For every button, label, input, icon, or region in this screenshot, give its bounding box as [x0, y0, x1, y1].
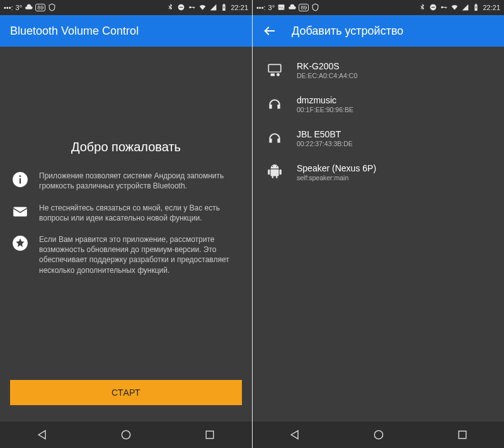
- device-mac: self:speaker:main: [297, 174, 376, 181]
- feature-text: Не стесняйтесь связаться со мной, если у…: [39, 203, 241, 223]
- shield-icon: [311, 3, 319, 13]
- svg-point-25: [374, 430, 382, 439]
- device-row[interactable]: JBL E50BT 00:22:37:43:3B:DE: [253, 121, 504, 155]
- headphones-icon: [265, 95, 284, 113]
- dnd-icon: [429, 3, 437, 13]
- device-name: dmzmusic: [297, 95, 353, 105]
- display-icon: [265, 60, 284, 79]
- cloud-icon: [288, 3, 296, 13]
- phone-screen-add-device: •••: 3° 89: [252, 0, 504, 448]
- svg-rect-6: [224, 4, 225, 4]
- device-name: Speaker (Nexus 6P): [297, 163, 376, 173]
- device-row[interactable]: Speaker (Nexus 6P) self:speaker:main: [253, 155, 504, 189]
- clock: 22:21: [231, 4, 248, 11]
- svg-rect-13: [206, 431, 214, 439]
- svg-rect-1: [180, 6, 183, 7]
- mail-icon: [11, 203, 29, 221]
- android-icon: [265, 163, 284, 181]
- shield-icon: [48, 3, 56, 13]
- star-icon: [11, 234, 29, 252]
- app-title: Bluetooth Volume Control: [10, 25, 139, 38]
- svg-rect-14: [278, 4, 285, 10]
- device-name: RK-G200S: [297, 61, 357, 71]
- svg-rect-26: [459, 431, 466, 439]
- nav-recent-button[interactable]: [188, 428, 232, 441]
- svg-point-9: [20, 175, 21, 177]
- svg-rect-4: [194, 6, 195, 8]
- more-icon: •••:: [4, 4, 13, 11]
- feature-row-mail: Не стесняйтесь связаться со мной, если у…: [11, 203, 241, 223]
- svg-rect-10: [13, 207, 27, 216]
- device-mac: 00:22:37:43:3B:DE: [297, 140, 353, 147]
- app-bar: Добавить устройство: [253, 15, 504, 47]
- device-mac: 00:1F:EE:90:96:BE: [297, 106, 353, 113]
- device-row[interactable]: dmzmusic 00:1F:EE:90:96:BE: [253, 87, 504, 121]
- nav-home-button[interactable]: [104, 428, 148, 441]
- feature-text: Если Вам нравится это приложение, рассмо…: [39, 234, 241, 275]
- nav-bar: [253, 422, 504, 448]
- bluetooth-icon: [418, 3, 427, 13]
- temperature: 3°: [268, 4, 275, 11]
- wifi-icon: [450, 3, 459, 13]
- dnd-icon: [177, 3, 185, 13]
- battery-icon: [220, 3, 228, 13]
- device-name: JBL E50BT: [297, 129, 353, 139]
- key-icon: [440, 3, 448, 13]
- app-title: Добавить устройство: [292, 25, 403, 38]
- svg-rect-23: [271, 73, 275, 76]
- start-button[interactable]: СТАРТ: [10, 380, 242, 405]
- badge-icon: 89: [299, 4, 309, 11]
- device-mac: DE:EC:A0:C4:A4:C0: [297, 72, 357, 79]
- image-icon: [277, 3, 285, 13]
- svg-point-12: [122, 430, 130, 439]
- clock: 22:21: [483, 4, 500, 11]
- headphones-icon: [265, 129, 284, 147]
- back-arrow-icon[interactable]: [263, 24, 277, 38]
- nav-back-button[interactable]: [273, 428, 317, 441]
- key-icon: [188, 3, 196, 13]
- svg-rect-18: [443, 6, 447, 7]
- svg-rect-22: [268, 64, 281, 72]
- app-bar: Bluetooth Volume Control: [0, 15, 252, 47]
- nav-back-button[interactable]: [20, 428, 64, 441]
- svg-rect-19: [446, 6, 447, 8]
- feature-row-info: Приложение позволяет системе Андроид зап…: [11, 171, 241, 191]
- battery-icon: [472, 3, 480, 13]
- status-bar: •••: 3° 89: [253, 0, 504, 15]
- more-icon: •••:: [256, 4, 266, 11]
- bluetooth-icon: [166, 3, 175, 13]
- svg-rect-16: [432, 6, 435, 7]
- svg-point-24: [277, 73, 280, 76]
- welcome-heading: Добро пожаловать: [11, 140, 241, 154]
- feature-row-star: Если Вам нравится это приложение, рассмо…: [11, 234, 241, 275]
- device-list: RK-G200S DE:EC:A0:C4:A4:C0 dmzmusic 00:1…: [253, 47, 504, 195]
- signal-icon: [461, 3, 469, 13]
- device-row[interactable]: RK-G200S DE:EC:A0:C4:A4:C0: [253, 53, 504, 87]
- phone-screen-welcome: •••: 3° 89: [0, 0, 252, 448]
- temperature: 3°: [16, 4, 23, 11]
- feature-text: Приложение позволяет системе Андроид зап…: [39, 171, 241, 191]
- nav-bar: [0, 422, 252, 448]
- svg-rect-3: [191, 6, 195, 7]
- wifi-icon: [198, 3, 207, 13]
- info-icon: [11, 171, 29, 188]
- nav-home-button[interactable]: [357, 428, 401, 441]
- signal-icon: [209, 3, 217, 13]
- cloud-icon: [25, 3, 33, 13]
- nav-recent-button[interactable]: [440, 428, 484, 441]
- svg-rect-21: [476, 4, 477, 4]
- badge-icon: 89: [35, 4, 45, 11]
- svg-rect-8: [20, 178, 21, 184]
- status-bar: •••: 3° 89: [0, 0, 252, 15]
